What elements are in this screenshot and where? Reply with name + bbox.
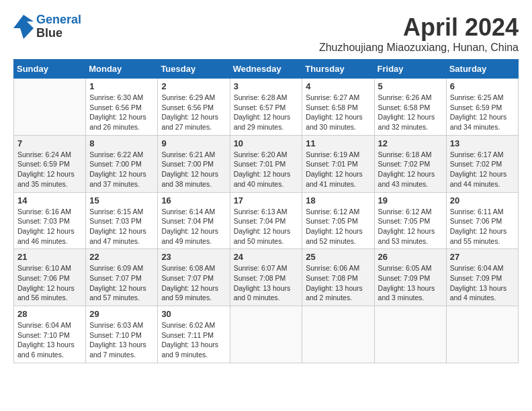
day-info: Sunrise: 6:14 AM Sunset: 7:04 PM Dayligh… xyxy=(161,207,226,246)
day-number: 19 xyxy=(378,195,443,205)
day-cell xyxy=(302,306,374,363)
day-number: 4 xyxy=(306,81,370,91)
day-number: 23 xyxy=(161,252,226,262)
day-cell: 3Sunrise: 6:28 AM Sunset: 6:57 PM Daylig… xyxy=(230,79,302,136)
day-info: Sunrise: 6:17 AM Sunset: 7:02 PM Dayligh… xyxy=(450,150,515,189)
day-number: 1 xyxy=(89,81,154,91)
day-cell: 21Sunrise: 6:10 AM Sunset: 7:06 PM Dayli… xyxy=(14,249,86,306)
day-cell: 1Sunrise: 6:30 AM Sunset: 6:56 PM Daylig… xyxy=(86,79,158,136)
day-info: Sunrise: 6:04 AM Sunset: 7:10 PM Dayligh… xyxy=(17,320,82,360)
day-cell: 9Sunrise: 6:21 AM Sunset: 7:00 PM Daylig… xyxy=(158,135,230,192)
day-number: 3 xyxy=(234,81,299,91)
weekday-friday: Friday xyxy=(374,60,446,79)
day-cell: 22Sunrise: 6:09 AM Sunset: 7:07 PM Dayli… xyxy=(86,249,158,306)
day-cell: 13Sunrise: 6:17 AM Sunset: 7:02 PM Dayli… xyxy=(446,135,518,192)
day-number: 18 xyxy=(306,195,370,205)
weekday-monday: Monday xyxy=(86,60,158,79)
day-info: Sunrise: 6:05 AM Sunset: 7:09 PM Dayligh… xyxy=(378,263,443,303)
day-cell: 25Sunrise: 6:06 AM Sunset: 7:08 PM Dayli… xyxy=(302,249,374,306)
day-number: 5 xyxy=(378,81,443,91)
day-cell: 5Sunrise: 6:26 AM Sunset: 6:58 PM Daylig… xyxy=(374,79,446,136)
day-cell: 7Sunrise: 6:24 AM Sunset: 6:59 PM Daylig… xyxy=(14,135,86,192)
day-cell: 18Sunrise: 6:12 AM Sunset: 7:05 PM Dayli… xyxy=(302,192,374,249)
day-number: 7 xyxy=(17,138,82,148)
day-info: Sunrise: 6:26 AM Sunset: 6:58 PM Dayligh… xyxy=(378,93,443,132)
day-cell xyxy=(230,306,302,363)
day-number: 2 xyxy=(161,81,226,91)
week-row-5: 28Sunrise: 6:04 AM Sunset: 7:10 PM Dayli… xyxy=(14,306,519,363)
calendar-table: SundayMondayTuesdayWednesdayThursdayFrid… xyxy=(13,59,519,363)
day-cell: 10Sunrise: 6:20 AM Sunset: 7:01 PM Dayli… xyxy=(230,135,302,192)
day-number: 20 xyxy=(450,195,515,205)
day-info: Sunrise: 6:25 AM Sunset: 6:59 PM Dayligh… xyxy=(450,93,515,132)
page-container: General Blue April 2024 Zhuzhoujiang Mia… xyxy=(13,13,519,363)
day-number: 8 xyxy=(89,138,154,148)
day-info: Sunrise: 6:16 AM Sunset: 7:03 PM Dayligh… xyxy=(17,207,82,246)
day-cell xyxy=(374,306,446,363)
day-number: 10 xyxy=(234,138,299,148)
logo-line2: Blue xyxy=(36,27,81,40)
logo: General Blue xyxy=(13,13,81,40)
day-number: 16 xyxy=(161,195,226,205)
day-info: Sunrise: 6:02 AM Sunset: 7:11 PM Dayligh… xyxy=(161,320,226,360)
svg-marker-0 xyxy=(13,15,34,39)
day-info: Sunrise: 6:10 AM Sunset: 7:06 PM Dayligh… xyxy=(17,263,82,303)
day-info: Sunrise: 6:12 AM Sunset: 7:05 PM Dayligh… xyxy=(306,207,370,246)
day-number: 28 xyxy=(17,309,82,319)
day-number: 21 xyxy=(17,252,82,262)
logo-text: General Blue xyxy=(36,13,81,40)
weekday-tuesday: Tuesday xyxy=(158,60,230,79)
day-cell: 15Sunrise: 6:15 AM Sunset: 7:03 PM Dayli… xyxy=(86,192,158,249)
day-info: Sunrise: 6:13 AM Sunset: 7:04 PM Dayligh… xyxy=(234,207,299,246)
day-cell: 4Sunrise: 6:27 AM Sunset: 6:58 PM Daylig… xyxy=(302,79,374,136)
day-number: 13 xyxy=(450,138,515,148)
weekday-thursday: Thursday xyxy=(302,60,374,79)
day-cell: 2Sunrise: 6:29 AM Sunset: 6:56 PM Daylig… xyxy=(158,79,230,136)
day-cell: 24Sunrise: 6:07 AM Sunset: 7:08 PM Dayli… xyxy=(230,249,302,306)
week-row-1: 1Sunrise: 6:30 AM Sunset: 6:56 PM Daylig… xyxy=(14,79,519,136)
day-number: 24 xyxy=(234,252,299,262)
day-number: 27 xyxy=(450,252,515,262)
day-number: 25 xyxy=(306,252,370,262)
logo-icon xyxy=(13,15,34,39)
title-area: April 2024 Zhuzhoujiang Miaozuxiang, Hun… xyxy=(319,13,519,54)
day-number: 14 xyxy=(17,195,82,205)
day-cell: 29Sunrise: 6:03 AM Sunset: 7:10 PM Dayli… xyxy=(86,306,158,363)
day-number: 29 xyxy=(89,309,154,319)
day-cell xyxy=(14,79,86,136)
day-cell: 16Sunrise: 6:14 AM Sunset: 7:04 PM Dayli… xyxy=(158,192,230,249)
day-number: 6 xyxy=(450,81,515,91)
day-number: 12 xyxy=(378,138,443,148)
day-cell: 6Sunrise: 6:25 AM Sunset: 6:59 PM Daylig… xyxy=(446,79,518,136)
day-cell: 23Sunrise: 6:08 AM Sunset: 7:07 PM Dayli… xyxy=(158,249,230,306)
location-subtitle: Zhuzhoujiang Miaozuxiang, Hunan, China xyxy=(319,42,519,54)
week-row-4: 21Sunrise: 6:10 AM Sunset: 7:06 PM Dayli… xyxy=(14,249,519,306)
day-cell: 14Sunrise: 6:16 AM Sunset: 7:03 PM Dayli… xyxy=(14,192,86,249)
weekday-wednesday: Wednesday xyxy=(230,60,302,79)
day-cell: 26Sunrise: 6:05 AM Sunset: 7:09 PM Dayli… xyxy=(374,249,446,306)
weekday-header-row: SundayMondayTuesdayWednesdayThursdayFrid… xyxy=(14,60,519,79)
day-number: 22 xyxy=(89,252,154,262)
day-info: Sunrise: 6:11 AM Sunset: 7:06 PM Dayligh… xyxy=(450,207,515,246)
day-info: Sunrise: 6:28 AM Sunset: 6:57 PM Dayligh… xyxy=(234,93,299,132)
day-cell: 12Sunrise: 6:18 AM Sunset: 7:02 PM Dayli… xyxy=(374,135,446,192)
day-info: Sunrise: 6:21 AM Sunset: 7:00 PM Dayligh… xyxy=(161,150,226,189)
day-cell: 30Sunrise: 6:02 AM Sunset: 7:11 PM Dayli… xyxy=(158,306,230,363)
day-number: 17 xyxy=(234,195,299,205)
week-row-2: 7Sunrise: 6:24 AM Sunset: 6:59 PM Daylig… xyxy=(14,135,519,192)
day-info: Sunrise: 6:12 AM Sunset: 7:05 PM Dayligh… xyxy=(378,207,443,246)
week-row-3: 14Sunrise: 6:16 AM Sunset: 7:03 PM Dayli… xyxy=(14,192,519,249)
logo-line1: General xyxy=(36,13,81,26)
day-cell: 20Sunrise: 6:11 AM Sunset: 7:06 PM Dayli… xyxy=(446,192,518,249)
day-cell: 8Sunrise: 6:22 AM Sunset: 7:00 PM Daylig… xyxy=(86,135,158,192)
day-info: Sunrise: 6:29 AM Sunset: 6:56 PM Dayligh… xyxy=(161,93,226,132)
header: General Blue April 2024 Zhuzhoujiang Mia… xyxy=(13,13,519,54)
day-info: Sunrise: 6:07 AM Sunset: 7:08 PM Dayligh… xyxy=(234,263,299,303)
day-number: 30 xyxy=(161,309,226,319)
day-cell: 17Sunrise: 6:13 AM Sunset: 7:04 PM Dayli… xyxy=(230,192,302,249)
day-info: Sunrise: 6:27 AM Sunset: 6:58 PM Dayligh… xyxy=(306,93,370,132)
day-info: Sunrise: 6:09 AM Sunset: 7:07 PM Dayligh… xyxy=(89,263,154,303)
day-info: Sunrise: 6:06 AM Sunset: 7:08 PM Dayligh… xyxy=(306,263,370,303)
day-info: Sunrise: 6:20 AM Sunset: 7:01 PM Dayligh… xyxy=(234,150,299,189)
day-info: Sunrise: 6:08 AM Sunset: 7:07 PM Dayligh… xyxy=(161,263,226,303)
